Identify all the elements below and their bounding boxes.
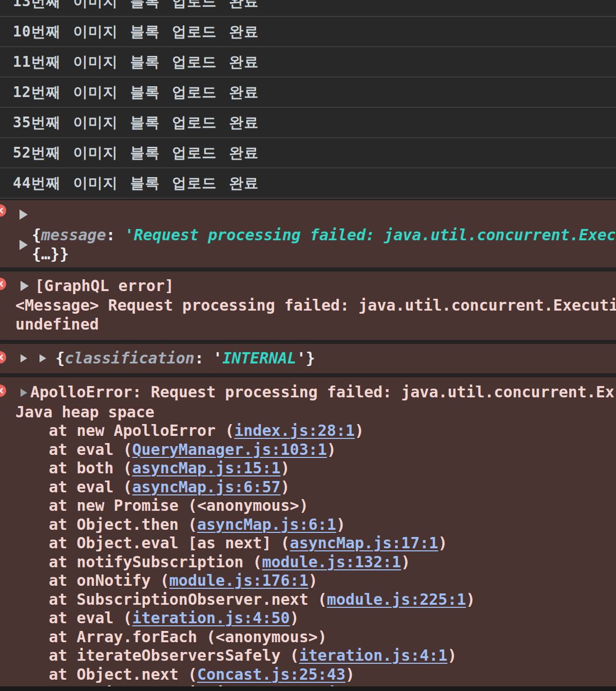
stack-frame: at onNotify (module.js:176:1)	[0, 571, 616, 590]
log-text: 12번째 이미지 블록 업로드 완료	[13, 83, 259, 102]
stack-frame-text: )	[466, 590, 475, 608]
graphql-error-header: [GraphQL error]	[0, 276, 616, 296]
stack-frame: at Array.forEach (<anonymous>)	[0, 628, 616, 647]
stack-frame: at SubscriptionObserver.next (module.js:…	[0, 590, 616, 609]
graphql-error-block: [GraphQL error] <Message> Request proces…	[0, 272, 616, 340]
console-log-list: 13번째 이미지 블록 업로드 완료 10번째 이미지 블록 업로드 완료 11…	[0, 0, 616, 199]
stack-frame: at new ApolloError (index.js:28:1)	[0, 421, 616, 440]
stack-frame-text: at eval (	[49, 440, 132, 458]
disclosure-triangle-icon[interactable]	[20, 209, 28, 220]
disclosure-triangle-icon[interactable]	[21, 281, 29, 291]
stack-frame-text: at Array.forEach (<anonymous>)	[49, 628, 327, 646]
classification-preview: {classification: 'INTERNAL'}	[55, 349, 315, 368]
string-value: 'Request processing failed: java.util.co…	[125, 226, 616, 244]
property-name: classification	[65, 349, 195, 367]
error-group-row	[0, 203, 616, 226]
stack-frame: at iterateObserversSafely (iteration.js:…	[0, 646, 616, 665]
stack-frame: at new Promise (<anonymous>)	[0, 496, 616, 515]
source-link[interactable]: index.js:28:1	[234, 421, 355, 439]
stack-frame-text: )	[281, 478, 290, 496]
error-classification-block: {classification: 'INTERNAL'}	[0, 344, 616, 373]
apollo-error-block: ApolloError: Request processing failed: …	[0, 377, 616, 691]
log-text: 52번째 이미지 블록 업로드 완료	[13, 143, 259, 163]
colon: :	[106, 226, 125, 244]
undefined-label: undefined	[0, 315, 616, 334]
error-icon	[0, 351, 6, 363]
source-link[interactable]: QueryManager.js:103:1	[132, 440, 327, 458]
stack-frame-text: )	[448, 646, 457, 664]
stack-frame: at Object.then (asyncMap.js:6:1)	[0, 515, 616, 534]
quote: '	[297, 349, 306, 367]
stack-frame: at Object.next (Concast.js:25:43)	[0, 665, 616, 684]
stack-frame: at eval (iteration.js:4:50)	[0, 609, 616, 628]
source-link[interactable]: asyncMap.js:6:1	[197, 515, 336, 533]
console-log-row: 44번째 이미지 블록 업로드 완료	[0, 168, 616, 199]
console-log-row: 12번째 이미지 블록 업로드 완료	[0, 78, 616, 108]
console-log-section: 13번째 이미지 블록 업로드 완료 10번째 이미지 블록 업로드 완료 11…	[0, 0, 616, 199]
source-link[interactable]: asyncMap.js:15:1	[132, 459, 281, 477]
stack-frame-text: )	[401, 553, 410, 571]
stack-frame-text: )	[438, 534, 448, 552]
brace: {	[55, 349, 65, 367]
graphql-error-title: [GraphQL error]	[35, 277, 174, 296]
stack-frame-text: )	[309, 571, 318, 589]
apollo-error-title: ApolloError: Request processing failed: …	[30, 383, 614, 402]
log-text: 11번째 이미지 블록 업로드 완료	[13, 52, 259, 72]
stack-frame-text: at both (	[49, 459, 132, 477]
stack-frame-text: at Object.next (	[49, 665, 197, 683]
stack-frame-text: at iterateObserversSafely (	[49, 646, 299, 664]
source-link[interactable]: module.js:176:1	[169, 571, 309, 589]
log-text: 35번째 이미지 블록 업로드 완료	[13, 113, 259, 132]
disclosure-triangle-icon[interactable]	[21, 389, 27, 397]
error-preview-row: {message: 'Request processing failed: ja…	[0, 226, 616, 263]
stack-frame-text: at onNotify (	[49, 571, 169, 589]
stack-frame-text: )	[345, 665, 355, 683]
disclosure-triangle-icon[interactable]	[21, 354, 27, 362]
stack-frame: at notifySubscription (module.js:132:1)	[0, 553, 616, 572]
stack-frame-text: )	[355, 421, 364, 439]
source-link[interactable]: asyncMap.js:17:1	[290, 534, 438, 552]
brace: {	[32, 226, 41, 244]
stack-frame-text: )	[281, 459, 290, 477]
error-object-preview-block: {message: 'Request processing failed: ja…	[0, 200, 616, 267]
stack-frame-text: at Object.then (	[49, 515, 197, 533]
stack-frame: at both (asyncMap.js:15:1)	[0, 459, 616, 478]
string-value: INTERNAL	[222, 349, 297, 367]
stack-frame-text: at Object.eval [as next] (	[49, 534, 290, 552]
apollo-error-header: ApolloError: Request processing failed: …	[0, 382, 616, 403]
stack-frame-text: at eval (	[49, 609, 132, 627]
disclosure-triangle-icon[interactable]	[40, 354, 46, 362]
log-text: 10번째 이미지 블록 업로드 완료	[13, 22, 259, 42]
apollo-error-subtitle: Java heap space	[0, 403, 616, 422]
stack-frame-text: )	[336, 515, 345, 533]
brace: }	[306, 349, 315, 367]
stack-frame-text: )	[290, 609, 299, 627]
stack-frame-text: at eval (	[49, 478, 132, 496]
quote: '	[213, 349, 222, 367]
source-link[interactable]: iteration.js:4:50	[132, 609, 290, 627]
stack-frame-text: at new Promise (<anonymous>)	[49, 496, 309, 514]
console-log-row: 10번째 이미지 블록 업로드 완료	[0, 17, 616, 47]
devtools-console: 13번째 이미지 블록 업로드 완료 10번째 이미지 블록 업로드 완료 11…	[0, 0, 616, 691]
stack-frame: at eval (asyncMap.js:6:57)	[0, 478, 616, 497]
source-link[interactable]: Concast.js:25:43	[197, 665, 345, 683]
stack-frame-text: at notifySubscription (	[49, 553, 262, 571]
property-name: message	[41, 226, 106, 244]
stack-frame-text: at SubscriptionObserver.next (	[49, 590, 327, 608]
console-log-row: 52번째 이미지 블록 업로드 완료	[0, 138, 616, 168]
stack-frame: at Object.eval [as next] (asyncMap.js:17…	[0, 534, 616, 553]
source-link[interactable]: module.js:132:1	[262, 553, 401, 571]
source-link[interactable]: asyncMap.js:6:57	[132, 478, 281, 496]
graphql-error-message: <Message> Request processing failed: jav…	[0, 296, 616, 315]
object-preview-line: {message: 'Request processing failed: ja…	[32, 226, 616, 245]
stack-frame-text: at new ApolloError (	[49, 421, 234, 439]
console-log-row: 11번째 이미지 블록 업로드 완료	[0, 47, 616, 78]
colon: :	[195, 349, 213, 367]
log-text: 44번째 이미지 블록 업로드 완료	[13, 174, 259, 193]
console-bottom-edge	[0, 686, 616, 691]
console-log-row: 35번째 이미지 블록 업로드 완료	[0, 108, 616, 138]
disclosure-triangle-icon[interactable]	[20, 240, 28, 250]
log-text: 13번째 이미지 블록 업로드 완료	[13, 0, 259, 11]
source-link[interactable]: iteration.js:4:1	[299, 646, 448, 664]
source-link[interactable]: module.js:225:1	[327, 590, 466, 608]
